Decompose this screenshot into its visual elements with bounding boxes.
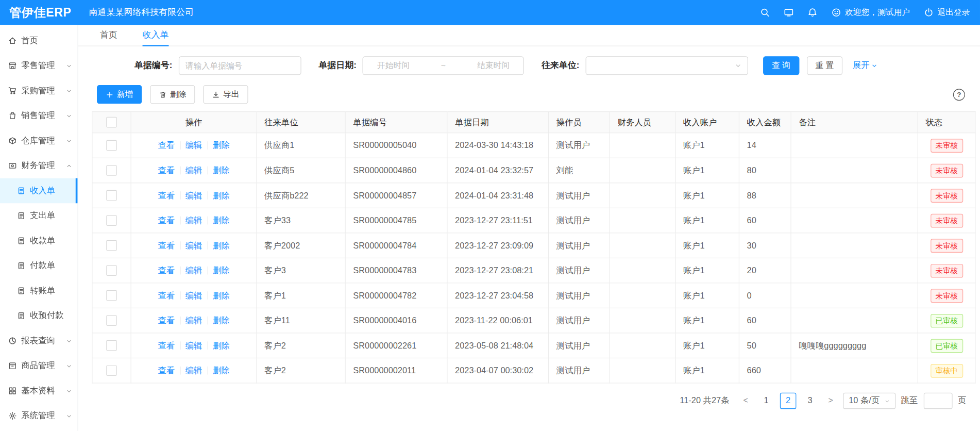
delete-link[interactable]: 删除	[213, 165, 230, 175]
delete-link[interactable]: 删除	[213, 190, 230, 200]
sidebar-item-warehouse[interactable]: 仓库管理	[0, 128, 77, 154]
delete-link[interactable]: 删除	[213, 216, 230, 225]
edit-link[interactable]: 编辑	[185, 216, 202, 225]
cell-account: 账户1	[675, 158, 739, 183]
view-link[interactable]: 查看	[158, 290, 175, 300]
row-checkbox[interactable]	[106, 365, 117, 376]
view-link[interactable]: 查看	[158, 140, 175, 150]
cell-date: 2023-11-22 00:06:01	[447, 308, 549, 333]
edit-link[interactable]: 编辑	[185, 316, 202, 325]
sidebar-subitem-income[interactable]: 收入单	[0, 178, 77, 204]
sidebar-subitem-prepayment[interactable]: 收预付款	[0, 303, 77, 328]
row-checkbox[interactable]	[106, 290, 117, 301]
status-badge: 已审核	[931, 339, 963, 353]
delete-link[interactable]: 删除	[213, 240, 230, 250]
cell-remark	[791, 233, 918, 258]
delete-button[interactable]: 删除	[150, 85, 195, 104]
row-checkbox[interactable]	[106, 190, 117, 201]
sidebar-subitem-receipt[interactable]: 收款单	[0, 228, 77, 254]
view-link[interactable]: 查看	[158, 190, 175, 200]
delete-link[interactable]: 删除	[213, 340, 230, 350]
tab-home[interactable]: 首页	[100, 25, 117, 46]
select-all-checkbox[interactable]	[106, 117, 117, 128]
row-checkbox-cell	[92, 308, 131, 333]
search-button[interactable]: 查 询	[763, 56, 799, 75]
logout-button[interactable]: 退出登录	[924, 7, 970, 18]
page-3-button[interactable]: 3	[802, 393, 818, 409]
search-icon[interactable]	[760, 8, 770, 18]
export-button[interactable]: 导出	[203, 85, 248, 104]
edit-link[interactable]: 编辑	[185, 340, 202, 350]
sidebar-item-sales[interactable]: 销售管理	[0, 103, 77, 128]
sidebar-subitem-payment[interactable]: 付款单	[0, 253, 77, 278]
sidebar-item-goods[interactable]: 商品管理	[0, 353, 77, 378]
cell-bill-no: SR00000004860	[345, 158, 447, 183]
jump-prefix: 跳至	[901, 395, 918, 407]
view-link[interactable]: 查看	[158, 266, 175, 275]
sidebar-item-reports[interactable]: 报表查询	[0, 328, 77, 354]
edit-link[interactable]: 编辑	[185, 240, 202, 250]
sidebar-item-retail[interactable]: 零售管理	[0, 53, 77, 78]
tab-income[interactable]: 收入单	[143, 25, 169, 46]
row-actions-cell: 查看编辑删除	[131, 308, 257, 333]
row-checkbox[interactable]	[106, 265, 117, 276]
cell-org: 客户11	[257, 308, 345, 333]
prev-page-button[interactable]: <	[739, 393, 753, 409]
sidebar-item-purchase[interactable]: 采购管理	[0, 78, 77, 104]
next-page-button[interactable]: >	[824, 393, 838, 409]
reset-button[interactable]: 重 置	[807, 56, 843, 75]
view-link[interactable]: 查看	[158, 165, 175, 175]
row-checkbox[interactable]	[106, 165, 117, 176]
row-checkbox[interactable]	[106, 240, 117, 251]
add-button[interactable]: 新增	[97, 85, 142, 104]
row-checkbox[interactable]	[106, 215, 117, 226]
base-icon	[8, 387, 17, 395]
status-badge: 未审核	[931, 239, 963, 253]
view-link[interactable]: 查看	[158, 366, 175, 375]
row-checkbox[interactable]	[106, 340, 117, 351]
table-header-row: 操作 往来单位 单据编号 单据日期 操作员 财务人员 收入账户 收入金额 备注 …	[92, 112, 975, 133]
screen-icon[interactable]	[784, 8, 793, 18]
edit-link[interactable]: 编辑	[185, 366, 202, 375]
delete-link[interactable]: 删除	[213, 140, 230, 150]
delete-link[interactable]: 删除	[213, 366, 230, 375]
sidebar-item-system[interactable]: 系统管理	[0, 403, 77, 428]
edit-link[interactable]: 编辑	[185, 165, 202, 175]
row-actions-cell: 查看编辑删除	[131, 183, 257, 208]
cell-remark	[791, 158, 918, 183]
edit-link[interactable]: 编辑	[185, 290, 202, 300]
edit-link[interactable]: 编辑	[185, 266, 202, 275]
delete-link[interactable]: 删除	[213, 316, 230, 325]
chevron-up-icon	[66, 163, 72, 169]
sidebar-item-basedata[interactable]: 基本资料	[0, 378, 77, 404]
view-link[interactable]: 查看	[158, 216, 175, 225]
bell-icon[interactable]	[807, 8, 817, 18]
delete-link[interactable]: 删除	[213, 290, 230, 300]
view-link[interactable]: 查看	[158, 340, 175, 350]
sidebar-subitem-expense[interactable]: 支出单	[0, 203, 77, 228]
help-icon[interactable]: ?	[953, 89, 965, 101]
status-badge: 审核中	[931, 363, 963, 377]
bill-no-input[interactable]	[179, 56, 301, 75]
jump-page-input[interactable]	[923, 393, 952, 409]
date-range-picker[interactable]: 开始时间 ~ 结束时间	[363, 56, 524, 75]
page-1-button[interactable]: 1	[758, 393, 774, 409]
row-checkbox[interactable]	[106, 140, 117, 151]
row-checkbox[interactable]	[106, 315, 117, 326]
cell-finance-staff	[610, 258, 675, 283]
edit-link[interactable]: 编辑	[185, 140, 202, 150]
sales-icon	[8, 111, 17, 120]
view-link[interactable]: 查看	[158, 240, 175, 250]
delete-link[interactable]: 删除	[213, 266, 230, 275]
user-menu[interactable]: 欢迎您，测试用户	[831, 7, 910, 18]
view-link[interactable]: 查看	[158, 316, 175, 325]
page-size-select[interactable]: 10 条/页	[843, 393, 895, 409]
partner-select[interactable]	[586, 56, 748, 75]
sidebar-item-home[interactable]: 首页	[0, 28, 77, 54]
expand-link[interactable]: 展开	[853, 60, 878, 71]
sidebar-subitem-transfer[interactable]: 转账单	[0, 278, 77, 304]
sidebar-item-finance[interactable]: 财务管理	[0, 153, 77, 178]
edit-link[interactable]: 编辑	[185, 190, 202, 200]
col-finance-staff: 财务人员	[610, 112, 675, 133]
page-2-button[interactable]: 2	[780, 393, 797, 409]
